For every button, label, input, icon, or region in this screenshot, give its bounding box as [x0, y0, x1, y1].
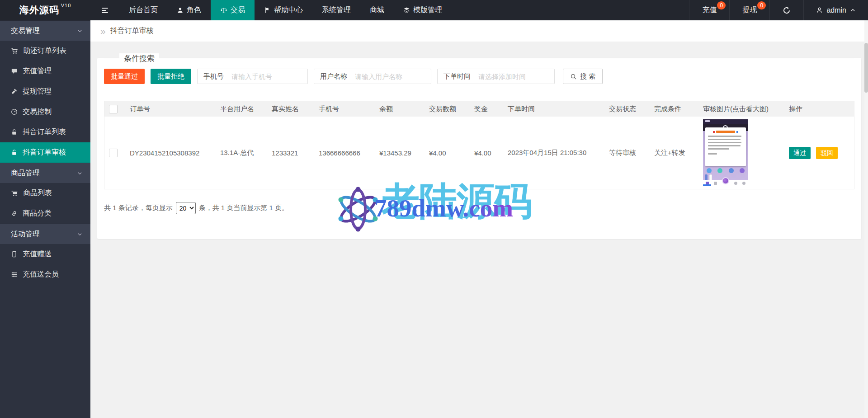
user-icon	[816, 7, 823, 14]
scrollbar-track[interactable]	[864, 20, 868, 418]
sidebar-group-trade[interactable]: 交易管理	[0, 20, 90, 41]
nav-item-templates[interactable]: 模版管理	[394, 0, 452, 20]
chevron-down-icon	[77, 170, 83, 176]
nav-item-system[interactable]: 系统管理	[312, 0, 360, 20]
link-icon	[11, 210, 18, 217]
nav-item-home[interactable]: 后台首页	[119, 0, 167, 20]
main-content: » 抖音订单审核 条件搜索 批量通过 批量拒绝 手机号 用户名称 下单时间	[90, 20, 868, 418]
table-row: DY2304152105308392 13.1A-总代 1233321 1366…	[104, 117, 854, 189]
orders-table: 订单号 平台用户名 真实姓名 手机号 余额 交易数额 奖金 下单时间 交易状态 …	[104, 101, 854, 189]
cell-status: 等待审核	[604, 117, 650, 189]
page-title: 抖音订单审核	[110, 26, 154, 36]
sidebar-item-recharge-membership[interactable]: 充值送会员	[0, 264, 90, 285]
orders-table-wrap: 订单号 平台用户名 真实姓名 手机号 余额 交易数额 奖金 下单时间 交易状态 …	[104, 101, 854, 189]
nav-item-trade[interactable]: 交易	[211, 0, 255, 20]
batch-approve-button[interactable]: 批量通过	[104, 69, 145, 84]
sidebar-item-douyin-review[interactable]: 抖音订单审核	[0, 142, 90, 163]
col-order-time: 下单时间	[503, 101, 604, 117]
breadcrumb: » 抖音订单审核	[90, 20, 868, 42]
nav-item-mall[interactable]: 商城	[360, 0, 394, 20]
withdraw-badge: 0	[757, 1, 766, 9]
order-time-input[interactable]	[476, 70, 554, 83]
filter-toolbar: 批量通过 批量拒绝 手机号 用户名称 下单时间 搜 索	[104, 69, 854, 84]
username-field-group: 用户名称	[314, 69, 431, 84]
sidebar-group-activities[interactable]: 活动管理	[0, 224, 90, 244]
app-logo-text: 海外源码	[19, 4, 59, 16]
sidebar-item-trade-control[interactable]: 交易控制	[0, 102, 90, 122]
col-order-no: 订单号	[125, 101, 216, 117]
sidebar-item-withdraw-mgmt[interactable]: 提现管理	[0, 81, 90, 102]
pagination: 共 1 条记录，每页显示 20 条，共 1 页当前显示第 1 页。	[104, 202, 854, 214]
unlock-icon	[11, 129, 18, 136]
double-chevron-right-icon: »	[100, 26, 106, 36]
hamburger-icon	[101, 6, 109, 14]
phone-field-group: 手机号	[197, 69, 308, 84]
row-checkbox[interactable]	[109, 149, 118, 157]
reject-button[interactable]: 驳回	[816, 147, 838, 159]
scrollbar-thumb[interactable]	[864, 43, 868, 93]
phone-input[interactable]	[230, 70, 307, 83]
pagination-suffix: 条，共 1 页当前显示第 1 页。	[199, 204, 288, 212]
sidebar-item-recharge-gift[interactable]: 充值赠送	[0, 244, 90, 264]
recharge-badge: 0	[717, 1, 726, 9]
sidebar: 交易管理 助还订单列表 充值管理 提现管理 交易控制 抖音订单列表	[0, 20, 90, 418]
approve-button[interactable]: 通过	[789, 147, 811, 159]
sidebar-item-goods-categories[interactable]: 商品分类	[0, 203, 90, 224]
username-input[interactable]	[353, 70, 431, 83]
nav-item-roles[interactable]: 角色	[167, 0, 211, 20]
recharge-link[interactable]: 充值 0	[689, 0, 729, 20]
withdraw-link[interactable]: 提现 0	[729, 0, 769, 20]
cart-icon	[11, 190, 18, 197]
user-menu[interactable]: admin	[803, 0, 868, 20]
col-balance: 余额	[375, 101, 425, 117]
sidebar-item-assist-orders[interactable]: 助还订单列表	[0, 41, 90, 61]
nav-item-help-center[interactable]: 帮助中心	[255, 0, 312, 20]
sidebar-item-recharge-mgmt[interactable]: 充值管理	[0, 61, 90, 81]
col-actions: 操作	[784, 101, 854, 117]
thumb-notice-modal	[705, 127, 746, 166]
cell-trade-amount: ¥4.00	[425, 117, 470, 189]
username: admin	[826, 6, 846, 14]
col-bonus: 奖金	[470, 101, 503, 117]
thumb-icon-row	[707, 168, 745, 173]
app-version: V10	[61, 3, 71, 8]
col-condition: 完成条件	[650, 101, 698, 117]
username-field-label: 用户名称	[314, 72, 353, 81]
unlock-icon	[11, 149, 18, 156]
table-header-row: 订单号 平台用户名 真实姓名 手机号 余额 交易数额 奖金 下单时间 交易状态 …	[104, 101, 854, 117]
cell-actions: 通过 驳回	[784, 117, 854, 189]
chevron-down-icon	[77, 231, 83, 237]
col-real-name: 真实姓名	[267, 101, 314, 117]
scales-icon	[220, 7, 227, 14]
cell-phone: 13666666666	[314, 117, 375, 189]
search-button[interactable]: 搜 索	[563, 69, 603, 84]
search-icon	[570, 73, 577, 80]
thumb-statusbar	[703, 119, 748, 124]
col-phone: 手机号	[314, 101, 375, 117]
review-image-thumbnail[interactable]	[703, 119, 748, 186]
cell-review-image	[698, 117, 784, 189]
page-size-select[interactable]: 20	[176, 202, 196, 214]
sidebar-group-goods[interactable]: 商品管理	[0, 163, 90, 183]
cell-platform-user: 13.1A-总代	[216, 117, 267, 189]
user-icon	[177, 7, 184, 14]
batch-reject-button[interactable]: 批量拒绝	[151, 69, 191, 84]
order-time-field-label: 下单时间	[438, 72, 476, 81]
content-card: 条件搜索 批量通过 批量拒绝 手机号 用户名称 下单时间 搜 索	[97, 58, 861, 239]
menu-toggle-button[interactable]	[90, 0, 119, 20]
thumb-blue-pill	[703, 184, 711, 186]
gavel-icon	[11, 88, 18, 95]
cell-balance: ¥13453.29	[375, 117, 425, 189]
chevron-up-icon	[850, 7, 856, 13]
pagination-prefix: 共 1 条记录，每页显示	[104, 204, 173, 212]
order-time-field-group: 下单时间	[437, 69, 555, 84]
refresh-button[interactable]	[769, 0, 803, 20]
select-all-checkbox[interactable]	[109, 105, 118, 113]
col-review-image: 审核图片(点击看大图)	[698, 101, 784, 117]
cell-bonus: ¥4.00	[470, 117, 503, 189]
top-navbar: 海外源码 V10 后台首页 角色 交易 帮助中心 系统管理 商城 模版	[0, 0, 868, 20]
sidebar-item-douyin-orders[interactable]: 抖音订单列表	[0, 122, 90, 142]
sidebar-item-goods-list[interactable]: 商品列表	[0, 183, 90, 203]
flag-icon	[264, 7, 271, 14]
search-legend: 条件搜索	[119, 53, 159, 64]
